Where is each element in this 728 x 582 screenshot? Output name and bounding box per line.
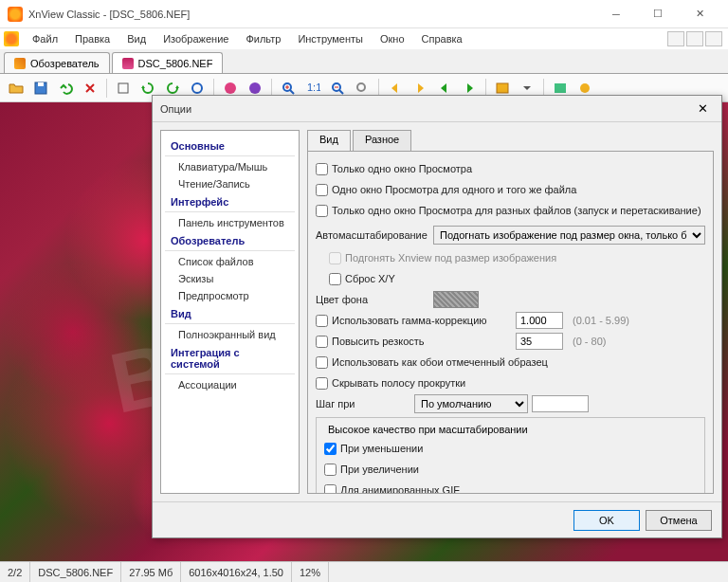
menu-window[interactable]: Окно bbox=[373, 30, 412, 47]
cat-fullscreen[interactable]: Полноэкранный вид bbox=[165, 326, 295, 343]
lbl-one-view-same: Одно окно Просмотра для одного и того же… bbox=[332, 184, 576, 195]
open-icon[interactable] bbox=[6, 78, 27, 99]
tab-misc[interactable]: Разное bbox=[353, 130, 411, 151]
chk-single-view-diff[interactable] bbox=[316, 205, 328, 217]
lbl-wallpaper: Использовать как обои отмеченный образец bbox=[332, 356, 548, 368]
chk-fit-xnview bbox=[329, 252, 341, 264]
chk-hide-scroll[interactable] bbox=[316, 377, 328, 390]
lbl-hq-up: При увеличении bbox=[340, 464, 419, 475]
svg-point-5 bbox=[249, 82, 261, 94]
svg-point-4 bbox=[225, 82, 236, 94]
tab-file[interactable]: DSC_5806.NEF bbox=[112, 52, 224, 73]
menu-edit[interactable]: Правка bbox=[67, 30, 118, 47]
lbl-sharpen: Повысить резкость bbox=[332, 336, 512, 347]
chk-one-view-same[interactable] bbox=[316, 184, 328, 196]
cat-browser[interactable]: Обозреватель bbox=[165, 231, 295, 251]
status-dim: 6016x4016x24, 1.50 bbox=[181, 562, 292, 582]
browser-icon bbox=[14, 58, 26, 69]
dialog-tabs: Вид Разное bbox=[307, 130, 714, 151]
cat-interface[interactable]: Интерфейс bbox=[165, 192, 295, 212]
svg-text:1:1: 1:1 bbox=[307, 82, 320, 93]
chk-hq-up[interactable] bbox=[324, 464, 337, 476]
lbl-fit-xnview: Подгонять Xnview под размер изображения bbox=[345, 252, 556, 264]
status-zoom: 12% bbox=[292, 562, 329, 582]
svg-point-12 bbox=[580, 83, 590, 93]
menu-image[interactable]: Изображение bbox=[155, 30, 236, 47]
inp-gamma[interactable] bbox=[516, 312, 563, 329]
chk-single-view[interactable] bbox=[316, 163, 328, 175]
tab-file-label: DSC_5806.NEF bbox=[138, 58, 213, 69]
sel-step[interactable]: По умолчанию bbox=[414, 394, 528, 413]
cat-filelist[interactable]: Список файлов bbox=[165, 253, 295, 270]
chk-gamma[interactable] bbox=[316, 315, 328, 327]
app-small-icon bbox=[4, 31, 19, 46]
svg-rect-1 bbox=[38, 82, 44, 86]
status-size: 27.95 Мб bbox=[121, 562, 181, 582]
hint-gamma: (0.01 - 5.99) bbox=[573, 315, 629, 326]
crop-icon[interactable] bbox=[113, 78, 134, 99]
window-title: XnView Classic - [DSC_5806.NEF] bbox=[28, 9, 595, 20]
options-dialog: Опции ✕ Основные Клавиатура/Мышь Чтение/… bbox=[152, 95, 722, 538]
tabbar: Обозреватель DSC_5806.NEF bbox=[0, 49, 728, 74]
dialog-titlebar: Опции ✕ bbox=[153, 96, 721, 122]
svg-point-9 bbox=[357, 83, 365, 91]
hint-sharpen: (0 - 80) bbox=[573, 336, 606, 347]
tab-browser[interactable]: Обозреватель bbox=[4, 52, 110, 73]
cat-preview[interactable]: Предпросмотр bbox=[165, 287, 295, 304]
menu-tools[interactable]: Инструменты bbox=[290, 30, 371, 47]
menubar: Файл Правка Вид Изображение Фильтр Инстр… bbox=[0, 28, 728, 49]
delete-icon[interactable] bbox=[80, 78, 100, 99]
cat-thumbs[interactable]: Эскизы bbox=[165, 270, 295, 287]
lbl-step: Шаг при bbox=[316, 398, 410, 409]
app-icon bbox=[8, 7, 23, 22]
menu-view[interactable]: Вид bbox=[119, 30, 154, 47]
inp-step[interactable] bbox=[532, 395, 589, 412]
chk-wallpaper[interactable] bbox=[316, 356, 328, 369]
svg-rect-11 bbox=[555, 83, 566, 93]
options-pane: Только одно окно Просмотра Одно окно Про… bbox=[307, 151, 714, 494]
chk-hq-down[interactable] bbox=[324, 443, 337, 455]
lbl-gamma: Использовать гамма-коррекцию bbox=[332, 315, 512, 326]
category-list: Основные Клавиатура/Мышь Чтение/Запись И… bbox=[160, 130, 300, 494]
mdi-close-icon[interactable] bbox=[705, 31, 722, 46]
lbl-reset-xy: Сброс X/Y bbox=[345, 273, 395, 284]
chk-reset-xy[interactable] bbox=[329, 273, 341, 285]
dialog-footer: OK Отмена bbox=[153, 501, 721, 537]
save-icon[interactable] bbox=[30, 78, 51, 99]
dialog-close-button[interactable]: ✕ bbox=[691, 100, 714, 118]
cat-kbmouse[interactable]: Клавиатура/Мышь bbox=[165, 158, 295, 175]
undo-icon[interactable] bbox=[55, 78, 76, 99]
cat-integration[interactable]: Интеграция с системой bbox=[165, 343, 295, 374]
sel-autoscale[interactable]: Подогнать изображение под размер окна, т… bbox=[433, 226, 705, 245]
chk-hq-gif[interactable] bbox=[324, 484, 337, 495]
cat-view[interactable]: Вид bbox=[165, 304, 295, 324]
minimize-button[interactable]: ─ bbox=[595, 1, 637, 27]
mdi-min-icon[interactable] bbox=[667, 31, 684, 46]
menu-help[interactable]: Справка bbox=[414, 30, 470, 47]
menu-file[interactable]: Файл bbox=[25, 30, 65, 47]
svg-point-3 bbox=[192, 83, 202, 93]
mdi-restore-icon[interactable] bbox=[686, 31, 703, 46]
svg-rect-10 bbox=[497, 83, 508, 93]
ok-button[interactable]: OK bbox=[573, 510, 640, 531]
cat-assoc[interactable]: Ассоциации bbox=[165, 376, 295, 393]
hq-fieldset: Высокое качество при масштабировании При… bbox=[316, 417, 705, 494]
status-file: DSC_5806.NEF bbox=[30, 562, 121, 582]
cat-main[interactable]: Основные bbox=[165, 136, 295, 156]
cancel-button[interactable]: Отмена bbox=[646, 510, 712, 531]
lbl-hq-gif: Для анимированных GIF bbox=[340, 484, 460, 494]
chk-sharpen[interactable] bbox=[316, 336, 328, 348]
cat-readwrite[interactable]: Чтение/Запись bbox=[165, 175, 295, 192]
maximize-button[interactable]: ☐ bbox=[637, 1, 679, 27]
cat-toolbar[interactable]: Панель инструментов bbox=[165, 214, 295, 231]
bg-color-swatch[interactable] bbox=[433, 291, 479, 308]
menu-filter[interactable]: Фильтр bbox=[238, 30, 288, 47]
statusbar: 2/2 DSC_5806.NEF 27.95 Мб 6016x4016x24, … bbox=[0, 561, 728, 582]
inp-sharpen[interactable] bbox=[516, 333, 563, 350]
close-button[interactable]: ✕ bbox=[679, 1, 720, 27]
titlebar: XnView Classic - [DSC_5806.NEF] ─ ☐ ✕ bbox=[0, 0, 728, 28]
tab-view[interactable]: Вид bbox=[307, 130, 351, 152]
lbl-hide-scroll: Скрывать полосу прокрутки bbox=[332, 377, 465, 389]
lbl-hq-down: При уменьшении bbox=[340, 443, 423, 454]
lbl-single-view: Только одно окно Просмотра bbox=[332, 163, 472, 174]
